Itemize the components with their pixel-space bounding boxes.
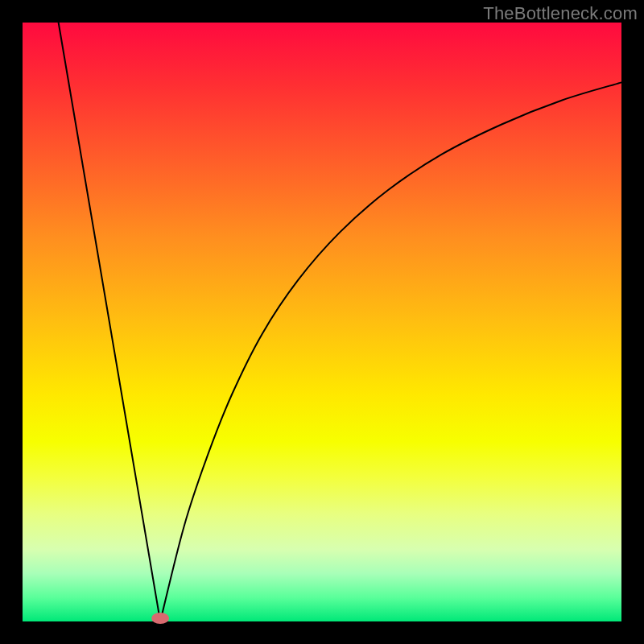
plot-area bbox=[23, 23, 621, 621]
attribution-label: TheBottleneck.com bbox=[483, 3, 638, 24]
right-curve-line bbox=[160, 82, 621, 621]
curve-svg bbox=[23, 23, 621, 621]
dip-marker bbox=[151, 613, 169, 624]
left-slope-line bbox=[59, 23, 160, 621]
chart-container: TheBottleneck.com bbox=[0, 0, 644, 644]
